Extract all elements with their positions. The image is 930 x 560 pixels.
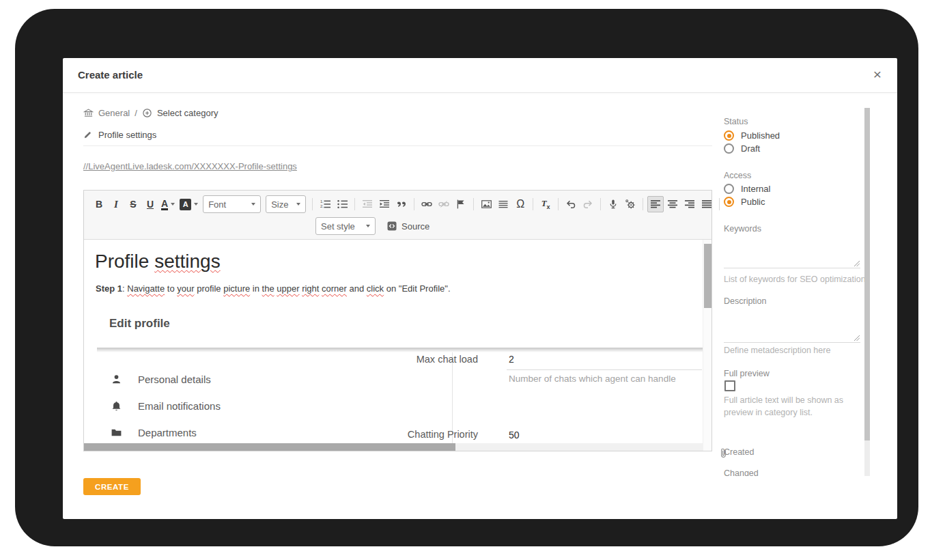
status-option-published[interactable]: Published bbox=[724, 130, 780, 141]
redo-button[interactable] bbox=[580, 196, 596, 212]
chevron-down-icon bbox=[194, 203, 198, 206]
document-heading: Profile settings bbox=[95, 251, 221, 272]
indent-button[interactable] bbox=[376, 196, 393, 212]
breadcrumb-category[interactable]: General bbox=[98, 108, 130, 118]
text-color-icon: A bbox=[161, 199, 168, 210]
indent-icon bbox=[379, 199, 390, 210]
close-icon[interactable]: × bbox=[867, 58, 888, 92]
numbered-list-button[interactable]: 1.2. bbox=[317, 196, 333, 212]
link-button[interactable] bbox=[419, 196, 435, 212]
background-color-button[interactable]: A bbox=[178, 196, 200, 212]
bold-button[interactable]: B bbox=[91, 196, 107, 212]
create-button[interactable]: CREATE bbox=[83, 478, 141, 495]
source-button[interactable]: Source bbox=[386, 221, 429, 232]
svg-text:2.: 2. bbox=[320, 204, 324, 208]
text-segment: on "Edit Profile". bbox=[384, 283, 450, 294]
editor-horizontal-scrollbar[interactable] bbox=[84, 443, 703, 451]
chevron-down-icon bbox=[296, 203, 300, 206]
image-button[interactable] bbox=[478, 196, 494, 212]
editor-content[interactable]: Profile settings Step 1: Navigatte to yo… bbox=[84, 240, 711, 451]
step-paragraph: Step 1: Navigatte to your profile pictur… bbox=[96, 283, 451, 294]
person-icon bbox=[111, 374, 122, 385]
underline-button[interactable]: U bbox=[142, 196, 158, 212]
flagged-word: click bbox=[367, 283, 384, 294]
text-color-button[interactable]: A bbox=[159, 196, 177, 212]
resize-handle-icon[interactable] bbox=[854, 335, 860, 341]
toolbar-separator bbox=[312, 198, 313, 210]
keywords-helper: List of keywords for SEO optimization bbox=[724, 273, 864, 285]
article-url-link[interactable]: //LiveAgentLive.ladesk.com/XXXXXXX-Profi… bbox=[83, 161, 297, 171]
field-underline bbox=[507, 369, 702, 370]
anchor-flag-button[interactable] bbox=[453, 196, 469, 212]
description-helper: Define metadescription here bbox=[724, 344, 864, 356]
flagged-word: upper bbox=[277, 283, 299, 294]
radio-published[interactable] bbox=[724, 130, 734, 141]
text-segment: Step 1 bbox=[96, 283, 122, 294]
resize-handle-icon[interactable] bbox=[854, 261, 860, 266]
breadcrumb: General / Select category bbox=[83, 107, 218, 118]
embedded-screenshot-heading: Edit profile bbox=[109, 317, 170, 331]
toolbar-row-2: Set style Source bbox=[313, 216, 429, 236]
toolbar-separator bbox=[533, 198, 533, 210]
radio-draft[interactable] bbox=[724, 143, 734, 154]
keywords-textarea[interactable] bbox=[724, 237, 860, 268]
microphone-icon bbox=[608, 199, 619, 210]
outdent-button[interactable] bbox=[359, 196, 376, 212]
editor-vertical-scrollbar[interactable] bbox=[703, 240, 711, 451]
undo-button[interactable] bbox=[563, 196, 579, 212]
underline-glyph: U bbox=[147, 199, 154, 209]
text-segment: in bbox=[250, 283, 262, 294]
unlink-button[interactable] bbox=[436, 196, 452, 212]
toolbar-separator bbox=[558, 198, 559, 210]
card-shadow bbox=[97, 348, 705, 352]
size-select[interactable]: Size bbox=[266, 195, 306, 213]
embedded-screenshot: Personal details Email notifications Dep… bbox=[97, 348, 705, 443]
bulleted-list-button[interactable] bbox=[334, 196, 350, 212]
radio-public[interactable] bbox=[724, 197, 734, 207]
dialog-title: Create article bbox=[78, 58, 143, 92]
flagged-word: your bbox=[177, 283, 194, 294]
microphone-button[interactable] bbox=[605, 196, 621, 212]
align-left-button[interactable] bbox=[647, 196, 664, 212]
font-select[interactable]: Font bbox=[203, 195, 261, 213]
access-option-internal[interactable]: Internal bbox=[724, 184, 770, 194]
align-right-button[interactable] bbox=[681, 196, 698, 212]
numbered-list-icon: 1.2. bbox=[320, 199, 331, 210]
align-right-icon bbox=[684, 199, 696, 210]
strikethrough-button[interactable]: S bbox=[125, 196, 141, 212]
link-icon bbox=[421, 199, 432, 210]
article-title-input[interactable]: Profile settings bbox=[98, 130, 156, 140]
bulleted-list-icon bbox=[337, 199, 348, 210]
omega-icon: Ω bbox=[516, 198, 524, 210]
spellcheck-button[interactable] bbox=[622, 196, 638, 212]
special-character-button[interactable]: Ω bbox=[512, 196, 529, 212]
font-select-label: Font bbox=[208, 199, 226, 210]
sidebar-scrollbar-thumb[interactable] bbox=[864, 108, 870, 440]
description-textarea[interactable] bbox=[724, 309, 860, 343]
horizontal-lines-button[interactable] bbox=[495, 196, 511, 212]
sidebar-scrollbar[interactable] bbox=[864, 108, 870, 476]
breadcrumb-select-category[interactable]: Select category bbox=[157, 108, 219, 118]
full-preview-checkbox[interactable] bbox=[724, 380, 735, 391]
spellcheck-gear-icon bbox=[625, 199, 636, 210]
dialog-header: Create article × bbox=[63, 58, 897, 93]
editor-vertical-scrollbar-thumb[interactable] bbox=[704, 244, 711, 308]
align-center-button[interactable] bbox=[664, 196, 681, 212]
plus-circle-icon bbox=[142, 108, 152, 118]
article-title-row: Profile settings bbox=[83, 129, 156, 140]
chevron-down-icon bbox=[251, 203, 255, 206]
justify-button[interactable] bbox=[699, 196, 715, 212]
remove-format-button[interactable]: Tx bbox=[537, 196, 554, 212]
access-label: Access bbox=[724, 171, 751, 180]
access-option-public[interactable]: Public bbox=[724, 197, 765, 207]
blockquote-button[interactable] bbox=[393, 196, 410, 212]
create-article-dialog: Create article × General / Select catego… bbox=[63, 58, 897, 519]
set-style-select[interactable]: Set style bbox=[315, 217, 376, 235]
set-style-label: Set style bbox=[321, 221, 355, 232]
strikethrough-glyph: S bbox=[130, 199, 136, 209]
toolbar-separator bbox=[600, 198, 601, 210]
status-option-draft[interactable]: Draft bbox=[724, 143, 760, 154]
editor-horizontal-scrollbar-thumb[interactable] bbox=[84, 443, 455, 451]
radio-internal[interactable] bbox=[724, 184, 734, 194]
italic-button[interactable]: I bbox=[108, 196, 124, 212]
